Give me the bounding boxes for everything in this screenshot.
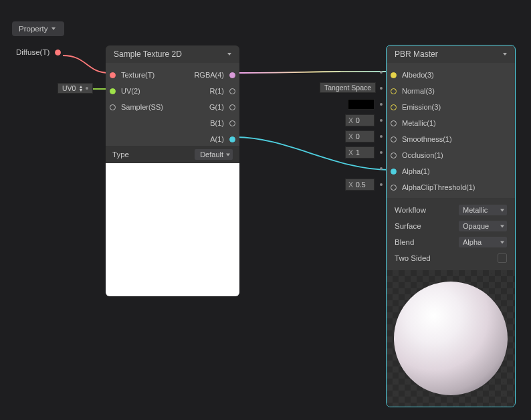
blackboard-item[interactable]: Diffuse(T)	[12, 48, 64, 56]
port-icon[interactable]	[229, 88, 235, 94]
node-body: Texture(T) UV(2) Sampler(SS) RGBA(4) R(1…	[106, 63, 239, 146]
output-port[interactable]	[55, 49, 61, 56]
port-label: Emission(3)	[402, 103, 441, 111]
x-value: 1	[356, 148, 360, 156]
float-field[interactable]: X0.5	[345, 179, 375, 191]
uv-default-input[interactable]: UV0 ▲▼	[58, 83, 93, 94]
x-label: X	[348, 116, 353, 124]
port-label: Smoothness(1)	[402, 135, 452, 143]
chevron-down-icon[interactable]	[227, 53, 231, 56]
connection-dot	[380, 167, 383, 170]
input-port-uv[interactable]: UV(2)	[106, 83, 173, 99]
setting-label: Two Sided	[395, 254, 431, 262]
connection-dot	[86, 87, 88, 90]
output-port-r[interactable]: R(1)	[173, 83, 239, 99]
node-title-bar[interactable]: Sample Texture 2D	[106, 45, 239, 63]
output-port-a[interactable]: A(1)	[173, 131, 239, 147]
x-label: X	[348, 181, 353, 189]
input-port-sampler[interactable]: Sampler(SS)	[106, 99, 173, 115]
setting-blend: BlendAlpha	[395, 234, 507, 250]
node-footer: Type Default	[106, 146, 239, 163]
footer-label: Type	[112, 150, 129, 159]
preview-sphere	[394, 282, 508, 395]
setting-workflow: WorkflowMetallic	[395, 202, 507, 218]
material-preview	[387, 270, 515, 407]
x-value: 0	[356, 132, 360, 140]
output-port-b[interactable]: B(1)	[173, 115, 239, 131]
port-label: AlphaClipThreshold(1)	[402, 183, 475, 191]
input-port-occlusion1[interactable]: Occlusion(1)	[387, 147, 515, 163]
uv-default-label: UV0	[62, 84, 76, 92]
tangent-space-dropdown[interactable]: Tangent Space	[320, 82, 376, 93]
node-title: Sample Texture 2D	[114, 49, 182, 59]
port-label: Normal(3)	[402, 87, 435, 95]
output-port-rgba[interactable]: RGBA(4)	[173, 67, 239, 83]
port-icon[interactable]	[391, 185, 397, 191]
setting-select[interactable]: Opaque	[459, 221, 507, 231]
chevron-down-icon	[51, 27, 56, 30]
port-label: Albedo(3)	[402, 71, 434, 79]
connection-dot	[380, 135, 383, 138]
float-field[interactable]: X0	[345, 114, 375, 126]
port-icon[interactable]	[229, 72, 235, 78]
port-icon[interactable]	[391, 104, 397, 110]
input-port-metallic1[interactable]: Metallic(1)	[387, 115, 515, 131]
setting-two-sided: Two Sided	[395, 250, 507, 266]
type-select[interactable]: Default	[195, 149, 233, 160]
setting-select[interactable]: Metallic	[459, 205, 507, 215]
port-icon[interactable]	[391, 152, 397, 159]
connection-dot	[380, 151, 383, 154]
port-icon[interactable]	[229, 120, 235, 126]
input-port-alpha1[interactable]: Alpha(1)	[387, 163, 515, 179]
node-title-bar[interactable]: PBR Master	[387, 45, 515, 63]
setting-checkbox[interactable]	[498, 253, 507, 263]
x-label: X	[348, 132, 353, 140]
x-value: 0.5	[356, 181, 366, 189]
input-port-smoothness1[interactable]: Smoothness(1)	[387, 131, 515, 147]
port-icon[interactable]	[391, 136, 397, 142]
port-label: Alpha(1)	[402, 167, 430, 175]
emission-color-field[interactable]	[348, 99, 375, 110]
setting-label: Workflow	[395, 206, 426, 214]
node-pbr-master[interactable]: PBR Master Albedo(3)Normal(3)Emission(3)…	[387, 45, 515, 407]
chevron-down-icon[interactable]	[503, 53, 507, 56]
connection-dot	[380, 103, 383, 106]
setting-select[interactable]: Alpha	[459, 237, 507, 247]
port-label: Occlusion(1)	[402, 151, 443, 159]
connection-dot	[380, 71, 383, 74]
input-port-texture[interactable]: Texture(T)	[106, 67, 173, 83]
updown-icon: ▲▼	[78, 85, 83, 92]
property-header[interactable]: Property	[12, 21, 64, 36]
property-title: Property	[19, 25, 47, 33]
blackboard-item-label: Diffuse(T)	[16, 48, 49, 56]
input-port-alphaclipthreshold1[interactable]: AlphaClipThreshold(1)	[387, 179, 515, 195]
port-icon[interactable]	[110, 88, 116, 94]
x-value: 0	[356, 116, 360, 124]
port-icon[interactable]	[391, 120, 397, 126]
input-port-albedo3[interactable]: Albedo(3)	[387, 67, 515, 83]
x-label: X	[348, 148, 353, 156]
input-port-emission3[interactable]: Emission(3)	[387, 99, 515, 115]
float-field[interactable]: X0	[345, 130, 375, 142]
port-icon[interactable]	[391, 88, 397, 94]
pbr-settings: WorkflowMetallicSurfaceOpaqueBlendAlphaT…	[387, 198, 515, 270]
output-port-g[interactable]: G(1)	[173, 99, 239, 115]
node-body: Albedo(3)Normal(3)Emission(3)Metallic(1)…	[387, 63, 515, 198]
node-preview	[106, 163, 239, 296]
connection-dot	[380, 119, 383, 122]
input-port-normal3[interactable]: Normal(3)	[387, 83, 515, 99]
port-icon[interactable]	[391, 72, 397, 78]
node-sample-texture-2d[interactable]: Sample Texture 2D Texture(T) UV(2) Sampl…	[106, 45, 239, 296]
setting-label: Blend	[395, 238, 414, 246]
port-icon[interactable]	[391, 169, 397, 175]
setting-label: Surface	[395, 222, 421, 230]
port-icon[interactable]	[229, 136, 235, 142]
port-icon[interactable]	[229, 104, 235, 110]
property-panel: Property Diffuse(T)	[12, 21, 64, 56]
connection-dot	[380, 183, 383, 186]
port-icon[interactable]	[110, 104, 116, 110]
setting-surface: SurfaceOpaque	[395, 218, 507, 234]
float-field[interactable]: X1	[345, 146, 375, 159]
port-icon[interactable]	[110, 72, 116, 78]
connection-dot	[380, 87, 383, 90]
